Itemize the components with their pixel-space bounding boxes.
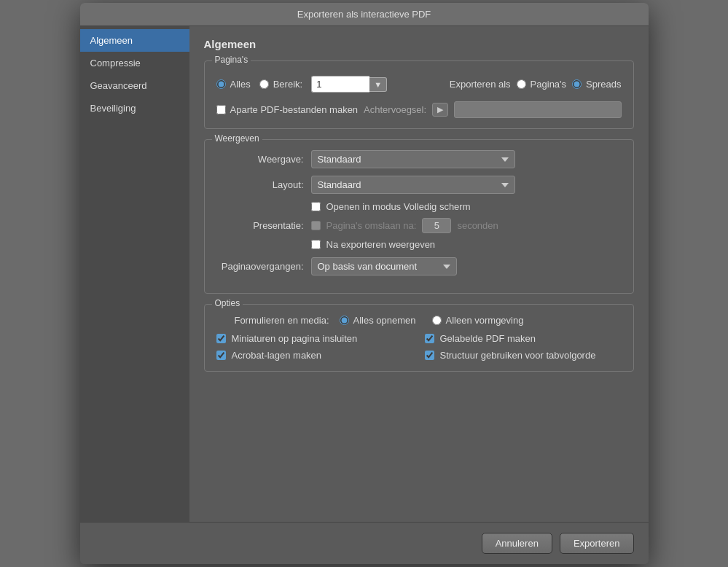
alles-opnemen-group: Alles opnemen — [340, 315, 416, 326]
layout-select[interactable]: Standaard — [311, 176, 515, 194]
gelabelde-pdf-label: Gelabelde PDF maken — [440, 333, 536, 344]
page-title: Algemeen — [204, 38, 634, 50]
presentatie-row: Presentatie: Openen in modus Volledig sc… — [216, 201, 622, 250]
presentatie-label: Presentatie: — [216, 220, 304, 231]
annuleren-button[interactable]: Annuleren — [482, 533, 552, 554]
alles-opnemen-label[interactable]: Alles opnemen — [353, 315, 416, 326]
bereik-input[interactable] — [311, 76, 369, 93]
export-dialog: Exporteren als interactieve PDF Algemeen… — [80, 3, 649, 564]
structuur-row: Structuur gebruiken voor tabvolgorde — [425, 350, 622, 361]
sidebar-item-algemeen[interactable]: Algemeen — [80, 29, 189, 52]
omslaan-label: Pagina's omslaan na: — [326, 220, 417, 231]
exporteren-button[interactable]: Exporteren — [560, 533, 634, 554]
paginas-radio[interactable] — [517, 79, 526, 89]
dialog-footer: Annuleren Exporteren — [80, 522, 649, 564]
layout-label: Layout: — [216, 179, 304, 190]
na-exporteren-checkbox[interactable] — [311, 240, 321, 249]
acrobat-lagen-label: Acrobat-lagen maken — [232, 350, 322, 361]
main-content: Algemeen Pagina's Alles Bereik: — [189, 26, 649, 522]
export-als-group: Exporteren als Pagina's Spreads — [450, 79, 622, 90]
weergave-label: Weergave: — [216, 154, 304, 165]
alles-radio[interactable] — [216, 79, 226, 89]
aparte-pdf-label[interactable]: Aparte PDF-bestanden maken — [216, 104, 359, 115]
bereik-input-wrapper: ▼ — [311, 76, 387, 93]
weergave-select[interactable]: Standaard — [311, 150, 515, 168]
spreads-option-group: Spreads — [572, 79, 621, 90]
presentatie-group: Openen in modus Volledig scherm Pagina's… — [311, 201, 498, 250]
achtervoegsel-input[interactable] — [454, 101, 621, 118]
acrobat-lagen-checkbox[interactable] — [216, 351, 226, 360]
structuur-label: Structuur gebruiken voor tabvolgorde — [440, 350, 596, 361]
alles-opnemen-radio[interactable] — [340, 316, 349, 325]
spreads-option-label[interactable]: Spreads — [586, 79, 621, 90]
achtervoegsel-arrow-btn[interactable]: ▶ — [432, 103, 448, 117]
alles-label[interactable]: Alles — [230, 79, 251, 90]
seconden-label: seconden — [457, 220, 498, 231]
formulieren-label: Formulieren en media: — [216, 315, 329, 326]
omslaan-input[interactable] — [422, 218, 451, 233]
weergave-row: Weergave: Standaard — [216, 150, 622, 168]
layout-row: Layout: Standaard — [216, 176, 622, 194]
structuur-checkbox[interactable] — [425, 351, 434, 360]
omslaan-checkbox[interactable] — [311, 221, 321, 230]
exporteren-als-label: Exporteren als — [450, 79, 511, 90]
spreads-radio[interactable] — [572, 79, 582, 89]
omslaan-row: Pagina's omslaan na: seconden — [311, 218, 498, 233]
na-exporteren-label: Na exporteren weergeven — [326, 239, 436, 250]
paginaovergangen-label: Paginaovergangen: — [216, 261, 304, 272]
paginas-section: Pagina's Alles Bereik: ▼ — [204, 60, 634, 129]
alleen-vormgeving-radio[interactable] — [432, 316, 442, 325]
miniaturen-checkbox[interactable] — [216, 334, 226, 343]
pages-row: Alles Bereik: ▼ Exporteren als — [216, 76, 622, 93]
miniaturen-row: Miniaturen op pagina insluiten — [216, 333, 413, 344]
formulieren-row: Formulieren en media: Alles opnemen Alle… — [216, 315, 622, 326]
sidebar-item-geavanceerd[interactable]: Geavanceerd — [80, 74, 189, 97]
bereik-radio[interactable] — [259, 79, 269, 89]
weergeven-section-label: Weergeven — [212, 133, 262, 144]
acrobat-lagen-row: Acrobat-lagen maken — [216, 350, 413, 361]
volledig-scherm-checkbox[interactable] — [311, 202, 321, 211]
paginas-option-label[interactable]: Pagina's — [531, 79, 566, 90]
aparte-pdf-row: Aparte PDF-bestanden maken Achtervoegsel… — [216, 101, 622, 118]
gelabelde-pdf-row: Gelabelde PDF maken — [425, 333, 622, 344]
bereik-dropdown-arrow[interactable]: ▼ — [369, 77, 387, 92]
title-bar: Exporteren als interactieve PDF — [80, 3, 649, 26]
weergeven-section: Weergeven Weergave: Standaard Layout: St… — [204, 139, 634, 294]
opties-section-label: Opties — [212, 298, 243, 308]
paginas-section-label: Pagina's — [212, 55, 251, 65]
volledig-scherm-row: Openen in modus Volledig scherm — [311, 201, 498, 212]
sidebar-item-beveiliging[interactable]: Beveiliging — [80, 97, 189, 120]
bereik-radio-group: Bereik: — [259, 79, 302, 90]
volledig-scherm-label: Openen in modus Volledig scherm — [326, 201, 471, 212]
dialog-title: Exporteren als interactieve PDF — [297, 9, 431, 20]
gelabelde-pdf-checkbox[interactable] — [425, 334, 434, 343]
paginas-option-group: Pagina's — [517, 79, 566, 90]
sidebar: Algemeen Compressie Geavanceerd Beveilig… — [80, 26, 189, 522]
aparte-pdf-checkbox[interactable] — [216, 105, 226, 114]
paginaovergangen-select[interactable]: Op basis van document — [311, 257, 457, 275]
bereik-label[interactable]: Bereik: — [273, 79, 302, 90]
opties-section: Opties Formulieren en media: Alles opnem… — [204, 304, 634, 372]
na-exporteren-row: Na exporteren weergeven — [311, 239, 498, 250]
paginaovergangen-row: Paginaovergangen: Op basis van document — [216, 257, 622, 275]
alleen-vormgeving-label[interactable]: Alleen vormgeving — [446, 315, 524, 326]
miniaturen-label: Miniaturen op pagina insluiten — [232, 333, 358, 344]
dialog-body: Algemeen Compressie Geavanceerd Beveilig… — [80, 26, 649, 522]
achtervoegsel-label: Achtervoegsel: — [364, 104, 426, 115]
sidebar-item-compressie[interactable]: Compressie — [80, 52, 189, 74]
alleen-vormgeving-group: Alleen vormgeving — [432, 315, 524, 326]
opties-checkboxes: Miniaturen op pagina insluiten Gelabelde… — [216, 333, 622, 361]
alles-radio-group: Alles — [216, 79, 251, 90]
